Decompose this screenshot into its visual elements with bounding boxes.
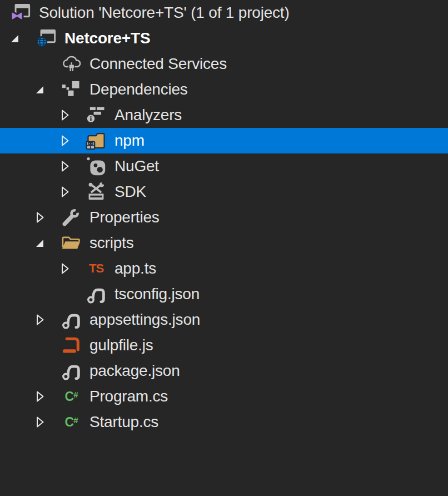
item-icon-box <box>61 79 82 100</box>
item-label: gulpfile.js <box>89 333 153 358</box>
item-icon-box: C# <box>61 411 82 433</box>
gulp-file-icon <box>61 335 82 356</box>
item-icon-box <box>61 335 82 356</box>
tree-item-dependencies[interactable]: Dependencies <box>0 77 448 102</box>
item-label: SDK <box>115 179 146 205</box>
expand-toggle[interactable] <box>59 262 71 275</box>
item-icon-box: TS <box>86 258 107 279</box>
item-icon-box <box>86 105 107 126</box>
expand-toggle[interactable] <box>34 390 46 403</box>
chevron-expanded-icon <box>34 83 46 96</box>
chevron-spacer <box>34 364 46 378</box>
item-icon-box <box>86 181 107 202</box>
json-file-icon <box>86 284 107 305</box>
chevron-collapsed-icon <box>59 262 71 275</box>
sdk-icon <box>86 181 107 202</box>
chevron-collapsed-icon <box>34 314 46 326</box>
chevron-collapsed-icon <box>59 109 71 121</box>
item-label: scripts <box>89 230 134 256</box>
web-project-icon <box>36 28 57 49</box>
item-icon-box <box>36 28 57 49</box>
item-icon-box <box>86 284 107 305</box>
item-label: NuGet <box>115 153 159 179</box>
expand-toggle[interactable] <box>34 236 46 250</box>
connected-services-icon <box>61 53 82 75</box>
chevron-spacer <box>34 339 46 352</box>
tree-item-nuget[interactable]: NuGet <box>0 153 448 179</box>
item-label: Startup.cs <box>89 409 158 435</box>
item-icon-box <box>61 360 82 381</box>
tree-item-properties[interactable]: Properties <box>0 205 448 230</box>
tree-item-sdk[interactable]: SDK <box>0 179 448 205</box>
item-label: Program.cs <box>89 384 168 409</box>
json-file-icon <box>61 360 82 381</box>
wrench-icon <box>61 207 82 228</box>
tree-item-analyzers[interactable]: Analyzers <box>0 102 448 128</box>
item-label: Properties <box>89 205 160 230</box>
chevron-spacer <box>34 57 46 71</box>
item-label: package.json <box>89 358 180 384</box>
item-label: Dependencies <box>89 77 188 102</box>
expand-toggle[interactable] <box>59 160 71 173</box>
item-label: app.ts <box>115 256 156 281</box>
item-label: Solution 'Netcore+TS' (1 of 1 project) <box>39 0 290 26</box>
json-file-icon <box>61 309 82 330</box>
item-icon-box <box>61 53 82 75</box>
tree-item-startup-cs[interactable]: C#Startup.cs <box>0 409 448 435</box>
chevron-spacer <box>59 287 71 301</box>
item-label: Netcore+TS <box>64 26 150 51</box>
npm-folder-icon <box>86 130 107 151</box>
chevron-collapsed-icon <box>59 135 71 147</box>
tree-item-connected-services[interactable]: Connected Services <box>0 51 448 77</box>
item-label: Connected Services <box>89 51 227 77</box>
nuget-icon <box>86 156 107 177</box>
tree-item-solution-netcore-ts-1-of-1-project[interactable]: Solution 'Netcore+TS' (1 of 1 project) <box>0 0 448 26</box>
item-label: appsettings.json <box>89 307 200 333</box>
tree-item-scripts[interactable]: scripts <box>0 230 448 256</box>
typescript-icon: TS <box>89 261 103 276</box>
tree-item-appsettings-json[interactable]: appsettings.json <box>0 307 448 333</box>
tree-item-tsconfig-json[interactable]: tsconfig.json <box>0 281 448 307</box>
expand-toggle[interactable] <box>34 211 46 224</box>
item-icon-box <box>86 156 107 177</box>
item-label: tsconfig.json <box>115 281 200 307</box>
chevron-collapsed-icon <box>34 390 46 403</box>
tree-item-package-json[interactable]: package.json <box>0 358 448 384</box>
item-icon-box <box>61 309 82 330</box>
item-label: npm <box>115 128 145 153</box>
expand-toggle[interactable] <box>59 134 71 147</box>
dependencies-icon <box>61 79 82 100</box>
chevron-collapsed-icon <box>59 160 71 172</box>
expand-toggle[interactable] <box>34 313 46 326</box>
chevron-collapsed-icon <box>34 211 46 224</box>
tree-item-gulpfile-js[interactable]: gulpfile.js <box>0 333 448 358</box>
chevron-collapsed-icon <box>34 416 46 428</box>
analyzers-icon <box>86 105 107 126</box>
tree-item-app-ts[interactable]: TSapp.ts <box>0 256 448 281</box>
open-folder-icon <box>61 232 82 254</box>
item-icon-box <box>61 207 82 228</box>
expand-toggle[interactable] <box>59 185 71 199</box>
tree-item-program-cs[interactable]: C#Program.cs <box>0 384 448 409</box>
tree-item-netcore-ts[interactable]: Netcore+TS <box>0 26 448 51</box>
expand-toggle[interactable] <box>59 108 71 122</box>
item-icon-box <box>10 2 31 23</box>
chevron-collapsed-icon <box>59 186 71 198</box>
csharp-icon: C# <box>65 415 78 430</box>
expand-toggle[interactable] <box>9 32 21 45</box>
csharp-icon: C# <box>65 389 78 404</box>
item-label: Analyzers <box>115 102 182 128</box>
item-icon-box: C# <box>61 386 82 407</box>
solution-icon <box>10 2 31 23</box>
tree-item-npm[interactable]: npm <box>0 128 448 153</box>
expand-toggle[interactable] <box>34 415 46 429</box>
chevron-expanded-icon <box>9 32 21 44</box>
item-icon-box <box>61 232 82 254</box>
item-icon-box <box>86 130 107 151</box>
solution-explorer-tree: Solution 'Netcore+TS' (1 of 1 project) N… <box>0 0 448 496</box>
chevron-expanded-icon <box>34 237 46 249</box>
expand-toggle[interactable] <box>34 83 46 96</box>
